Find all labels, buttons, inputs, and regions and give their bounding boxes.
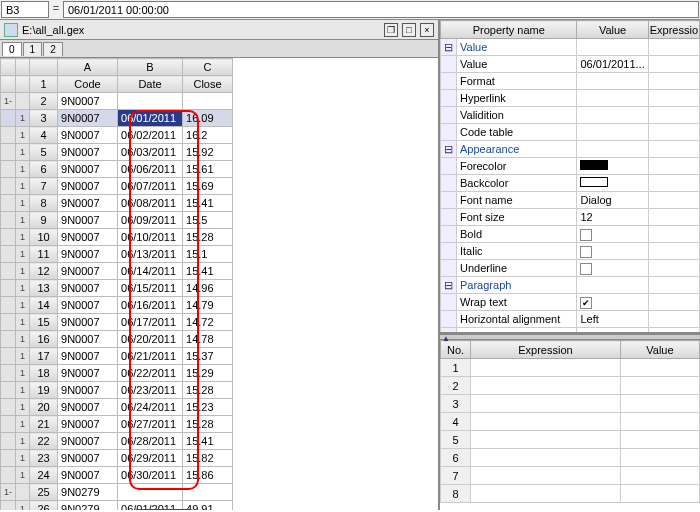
cell-code[interactable]: 9N0007 — [58, 144, 118, 161]
cell-code[interactable]: 9N0007 — [58, 127, 118, 144]
row-header-1[interactable]: 1 — [30, 76, 58, 93]
expr-cell[interactable] — [471, 359, 621, 377]
col-header-C[interactable]: C — [183, 59, 233, 76]
expand-icon[interactable]: ⊟ — [441, 141, 457, 158]
prop-expr[interactable] — [648, 175, 699, 192]
cell-close[interactable]: 15.41 — [183, 263, 233, 280]
prop-value[interactable] — [577, 158, 648, 175]
expr-value-cell[interactable] — [620, 485, 699, 503]
prop-value[interactable]: 06/01/2011... — [577, 56, 648, 73]
tree-cell[interactable] — [1, 314, 16, 331]
prop-expr[interactable] — [648, 294, 699, 311]
row-header[interactable]: 7 — [30, 178, 58, 195]
expr-value-cell[interactable] — [620, 431, 699, 449]
cell-code[interactable]: 9N0007 — [58, 212, 118, 229]
prop-value[interactable] — [577, 124, 648, 141]
row-header[interactable]: 25 — [30, 484, 58, 501]
col-header-A[interactable]: A — [58, 59, 118, 76]
cell-date[interactable]: 06/09/2011 — [118, 212, 183, 229]
cell-code[interactable]: 9N0007 — [58, 467, 118, 484]
expand-icon[interactable]: ⊟ — [441, 39, 457, 56]
table-row[interactable]: 1169N000706/20/201114.78 — [1, 331, 233, 348]
tree-cell[interactable] — [1, 110, 16, 127]
cell-code[interactable]: 9N0279 — [58, 484, 118, 501]
row-header[interactable]: 3 — [30, 110, 58, 127]
row-header[interactable]: 2 — [30, 93, 58, 110]
row-header[interactable]: 4 — [30, 127, 58, 144]
table-row[interactable]: 1-29N0007 — [1, 93, 233, 110]
row-header[interactable]: 18 — [30, 365, 58, 382]
cell-close[interactable]: 15.1 — [183, 246, 233, 263]
row-header[interactable]: 22 — [30, 433, 58, 450]
cell-close[interactable]: 15.69 — [183, 178, 233, 195]
cell-code[interactable]: 9N0007 — [58, 161, 118, 178]
cell-date[interactable]: 06/24/2011 — [118, 399, 183, 416]
cell-close[interactable]: 15.37 — [183, 348, 233, 365]
horizontal-splitter[interactable]: ▲ — [440, 334, 700, 340]
prop-value[interactable] — [577, 294, 648, 311]
row-header[interactable]: 12 — [30, 263, 58, 280]
cell-code[interactable]: 9N0007 — [58, 331, 118, 348]
tab-0[interactable]: 0 — [2, 42, 22, 56]
checkbox[interactable] — [580, 297, 592, 309]
expr-value-cell[interactable] — [620, 413, 699, 431]
table-row[interactable]: 1149N000706/16/201114.79 — [1, 297, 233, 314]
expr-cell[interactable] — [471, 431, 621, 449]
cell-date[interactable]: 06/20/2011 — [118, 331, 183, 348]
table-row[interactable]: 1109N000706/10/201115.28 — [1, 229, 233, 246]
corner-header[interactable] — [30, 59, 58, 76]
cell-date[interactable]: 06/27/2011 — [118, 416, 183, 433]
expr-cell[interactable] — [471, 395, 621, 413]
cell-close[interactable]: 15.41 — [183, 195, 233, 212]
cell-close[interactable]: 15.92 — [183, 144, 233, 161]
cell-code[interactable]: 9N0007 — [58, 280, 118, 297]
cell-date[interactable]: 06/07/2011 — [118, 178, 183, 195]
cell-date[interactable]: 06/22/2011 — [118, 365, 183, 382]
cell-code[interactable]: 9N0007 — [58, 399, 118, 416]
prop-expr[interactable] — [648, 56, 699, 73]
row-header[interactable]: 26 — [30, 501, 58, 511]
cell-code[interactable]: 9N0007 — [58, 450, 118, 467]
tree-cell[interactable] — [1, 331, 16, 348]
table-row[interactable]: 1159N000706/17/201114.72 — [1, 314, 233, 331]
prop-value[interactable] — [577, 175, 648, 192]
expr-cell[interactable] — [471, 485, 621, 503]
prop-expr[interactable] — [648, 209, 699, 226]
tree-cell[interactable] — [1, 212, 16, 229]
row-header[interactable]: 17 — [30, 348, 58, 365]
row-header[interactable]: 5 — [30, 144, 58, 161]
cell-close[interactable]: 14.72 — [183, 314, 233, 331]
table-row[interactable]: 189N000706/08/201115.41 — [1, 195, 233, 212]
prop-expr[interactable] — [648, 192, 699, 209]
row-header[interactable]: 6 — [30, 161, 58, 178]
prop-expr[interactable] — [648, 243, 699, 260]
tree-cell[interactable] — [1, 229, 16, 246]
col-header-B[interactable]: B — [118, 59, 183, 76]
cell-date[interactable]: 06/10/2011 — [118, 229, 183, 246]
cell-close[interactable]: 15.23 — [183, 399, 233, 416]
tree-cell[interactable] — [1, 195, 16, 212]
prop-expr[interactable] — [648, 226, 699, 243]
cell-close[interactable] — [183, 93, 233, 110]
cell-code[interactable]: 9N0007 — [58, 365, 118, 382]
cell-date[interactable]: 06/06/2011 — [118, 161, 183, 178]
cell-close[interactable]: 14.78 — [183, 331, 233, 348]
row-header[interactable]: 9 — [30, 212, 58, 229]
cell-code[interactable]: 9N0007 — [58, 314, 118, 331]
cell-close[interactable]: 15.41 — [183, 433, 233, 450]
cell-close[interactable]: 15.28 — [183, 229, 233, 246]
row-header[interactable]: 23 — [30, 450, 58, 467]
cell-date[interactable]: 06/16/2011 — [118, 297, 183, 314]
expr-value-cell[interactable] — [620, 449, 699, 467]
cell-code[interactable]: 9N0007 — [58, 195, 118, 212]
cell-close[interactable]: 49.91 — [183, 501, 233, 511]
prop-value[interactable] — [577, 73, 648, 90]
prop-value[interactable]: 12 — [577, 209, 648, 226]
cell-close[interactable]: 16.09 — [183, 110, 233, 127]
checkbox[interactable] — [580, 246, 592, 258]
prop-value[interactable]: Left — [577, 311, 648, 328]
prop-expr[interactable] — [648, 311, 699, 328]
grid-scroll[interactable]: A B C 1 Code Date Close 1-29N0007139N000… — [0, 58, 438, 510]
tree-cell[interactable] — [1, 365, 16, 382]
cell-code[interactable]: 9N0007 — [58, 178, 118, 195]
